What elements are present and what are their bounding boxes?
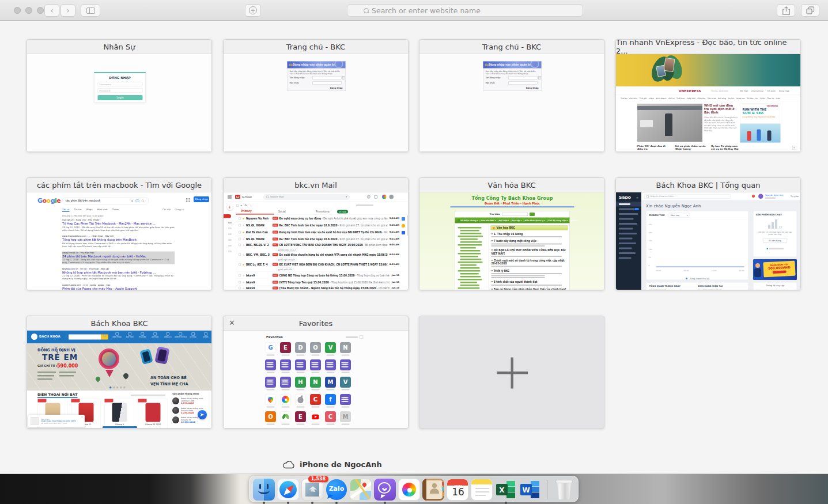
- ad-line1: RUN WITH THE: [740, 107, 780, 111]
- favorite-item-site-e2[interactable]: E: [295, 411, 306, 425]
- site-n-icon: N: [340, 342, 351, 353]
- favorite-item-site-o[interactable]: O: [310, 342, 321, 356]
- favorite-item-site-v2[interactable]: V: [340, 377, 351, 391]
- favorite-item-site-c[interactable]: C: [310, 394, 321, 408]
- favorite-item-site-c2[interactable]: C: [325, 411, 336, 425]
- toast-close-icon: ×: [81, 416, 83, 419]
- favorite-item-google-maps[interactable]: [265, 394, 276, 408]
- tab-thumbnail-gmail[interactable]: bkc.vn Mail Gmail Search mail ▾ ? ▾ ⟳: [223, 177, 409, 290]
- favorite-item-bookmark-list-6[interactable]: [340, 359, 351, 373]
- email-row: ★BKC, VM, BKC. 3BKCĐề xuất điều chuyển h…: [236, 252, 402, 262]
- dock-safari[interactable]: [277, 479, 299, 501]
- favorite-caption: [312, 407, 320, 408]
- tab-thumbnail-nhansu[interactable]: Nhân Sự ĐĂNG NHẬP Username Password Logi…: [27, 39, 212, 152]
- favorite-item-site-h[interactable]: H: [295, 377, 306, 391]
- smart-products: Sản phẩm thông minh Robot hút bụi thông …: [172, 392, 210, 423]
- favorite-item-site-v[interactable]: V: [325, 342, 336, 356]
- favorite-item-color-wheel[interactable]: [280, 394, 291, 408]
- close-tab-button[interactable]: ✕: [229, 319, 235, 327]
- shop-logo-text: BÁCH KHOA: [39, 335, 61, 339]
- email-row: ★NS.QL HOANBKCRe: BKC Tình hình tồn kho …: [236, 236, 402, 242]
- article-subline: [491, 245, 545, 247]
- dock-excel[interactable]: X: [495, 479, 517, 501]
- favorite-item-apple[interactable]: [295, 394, 306, 408]
- favorite-item-bookmark-list-9[interactable]: [340, 394, 351, 408]
- submit-button: Đăng Nhập: [526, 87, 539, 89]
- hero-right1: AN TOÀN CHO BÉ: [150, 376, 187, 380]
- page-nav-item: | Chế độ công việc ▾: [547, 219, 568, 222]
- nav-label: SP KHÁC: [187, 336, 199, 338]
- site-o2-icon: O: [265, 411, 276, 422]
- favorite-item-youtube[interactable]: [310, 411, 321, 425]
- dock-maps[interactable]: [350, 479, 372, 501]
- window-zoom-button[interactable]: [37, 7, 44, 14]
- list-line: [343, 366, 349, 367]
- pin-photo: [102, 352, 116, 366]
- forward-button[interactable]: ›: [61, 4, 75, 17]
- dock-calendar[interactable]: JUN 16: [447, 479, 468, 501]
- tab-thumbnail-bkc-admin-1[interactable]: Trang chủ - BKC Đăng nhập vào phần quản …: [223, 39, 409, 152]
- favorite-item-site-n[interactable]: N: [340, 342, 351, 356]
- tab-thumbnail-bkc-admin-2[interactable]: Trang chủ - BKC Đăng nhập vào phần quản …: [419, 39, 604, 152]
- share-button[interactable]: [777, 4, 795, 17]
- result-snippet: 21 thg 12, 2016 - Phím tắt Macbook sẽ ch…: [62, 274, 175, 280]
- bestseller-title: SẢN PHẨM BÁN CHẠY: [754, 211, 797, 219]
- dock-contacts[interactable]: [422, 479, 444, 501]
- favorite-item-bookmark-list-2[interactable]: [280, 359, 291, 373]
- gmail-topbar: Gmail Search mail ▾ ?: [224, 192, 409, 202]
- favorite-item-bookmark-list-4[interactable]: [310, 359, 321, 373]
- tab-thumbnail-sapo-dashboard[interactable]: Bách Khoa BKC | Tổng quan Sapo ≡ Nhập từ…: [615, 177, 801, 290]
- smart-product-name: Robot hút bụi thông minh Liectroux C30B: [181, 397, 209, 402]
- dock-notes[interactable]: [471, 479, 493, 501]
- search-result: support.apple.com › vi-vn › guide › page…: [62, 284, 175, 291]
- favorite-item-site-m2[interactable]: M: [340, 411, 351, 425]
- tab-thumbnail-vanhoa[interactable]: Văn hóa BKC Tổng Công Ty Bách Khoa Group…: [419, 177, 604, 290]
- new-tab-tile[interactable]: [419, 316, 604, 429]
- favorite-item-site-m[interactable]: M: [325, 377, 336, 391]
- zalo-logo-text: Zalo: [326, 485, 347, 492]
- tab-thumbnail-vnexpress[interactable]: Tin nhanh VnExpress - Đọc báo, tin tức o…: [615, 39, 801, 152]
- dock-finder[interactable]: [253, 479, 275, 501]
- favorite-item-facebook[interactable]: f: [325, 394, 336, 408]
- list-line: [328, 362, 334, 363]
- user-avatar: [758, 194, 763, 199]
- star-icon: ★: [243, 217, 245, 219]
- sidebar-button[interactable]: [81, 4, 100, 17]
- kid-watch-purple: [154, 346, 169, 365]
- sidebar-link: [458, 244, 482, 246]
- favorite-item-site-n2[interactable]: N: [310, 377, 321, 391]
- revenue-filter-select: Hôm nay▾: [669, 213, 690, 217]
- back-button[interactable]: ‹: [44, 4, 59, 17]
- favorite-item-bookmark-list-3[interactable]: [295, 359, 306, 373]
- favorite-item-bookmark-list-1[interactable]: [265, 359, 276, 373]
- tab-thumbnail-bachkhoa-shop[interactable]: Bách Khoa BKC BÁCH KHOA ĐIỆN THOẠIMÁY TÍ…: [27, 316, 212, 429]
- tab-thumbnail-favorites[interactable]: ✕ Favorites Favorites GEĐOVNHNMVCfOECM: [223, 316, 409, 429]
- banner-pill: [773, 270, 787, 274]
- favorite-item-google[interactable]: G: [265, 342, 276, 356]
- dock-word[interactable]: W: [519, 479, 541, 501]
- label-chip: BKC: [273, 281, 278, 283]
- sapo-search-placeholder: Nhập từ khóa tìm kiếm...: [651, 195, 675, 198]
- favorite-item-plant[interactable]: [280, 411, 291, 425]
- dock-photos[interactable]: [398, 479, 420, 501]
- favorite-item-bookmark-list-8[interactable]: [280, 377, 291, 391]
- header-link: Tìm kiếm: [767, 90, 776, 92]
- dock-viber[interactable]: [374, 479, 396, 501]
- favorite-item-site-d[interactable]: Đ: [295, 342, 306, 356]
- tab-overview-button[interactable]: [801, 4, 819, 17]
- favorite-item-bookmark-list-5[interactable]: [325, 359, 336, 373]
- new-tab-button[interactable]: +: [245, 4, 261, 17]
- dock-trash[interactable]: [553, 479, 575, 501]
- window-close-button[interactable]: [14, 7, 21, 14]
- favorite-item-bookmark-list-7[interactable]: [265, 377, 276, 391]
- tab-thumbnail-google-search[interactable]: các phím tắt trên macbook - Tìm với Goog…: [27, 177, 212, 290]
- address-search-field[interactable]: Search or enter website name: [347, 4, 583, 17]
- window-minimize-button[interactable]: [25, 7, 32, 14]
- dock-zalo[interactable]: Zalo: [326, 479, 347, 501]
- dock-mail[interactable]: 1,538: [301, 479, 323, 501]
- favorite-item-site-o2[interactable]: O: [265, 411, 276, 425]
- tab-title: Văn hóa BKC: [487, 181, 535, 190]
- article-subline: [491, 256, 562, 257]
- row-checkbox: [239, 217, 241, 219]
- favorite-item-site-e[interactable]: E: [280, 342, 291, 356]
